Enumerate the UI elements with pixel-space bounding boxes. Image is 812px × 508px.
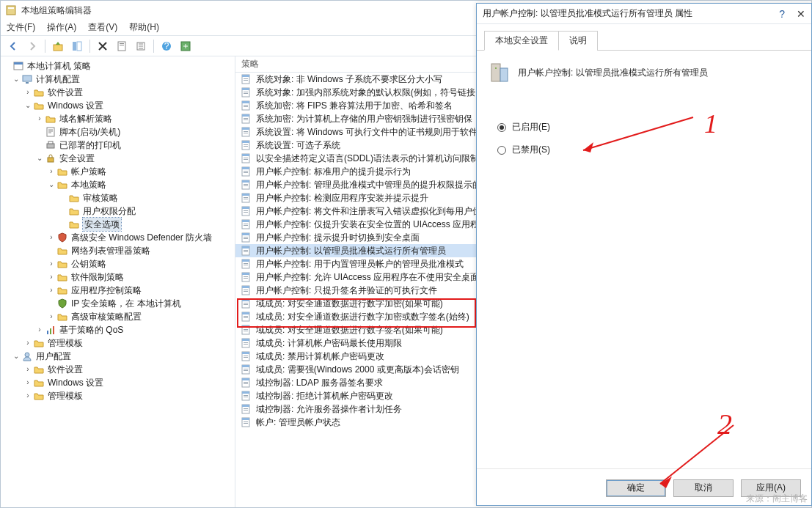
svg-rect-90 <box>244 290 248 290</box>
chevron-right-icon[interactable]: › <box>23 389 33 402</box>
svg-rect-54 <box>244 171 248 172</box>
tree-adv-audit[interactable]: ›高级审核策略配置 <box>1 310 235 323</box>
svg-rect-27 <box>244 80 248 81</box>
menu-help[interactable]: 帮助(H) <box>129 21 159 34</box>
svg-rect-4 <box>77 42 81 51</box>
tab-explain[interactable]: 说明 <box>558 31 598 51</box>
chevron-right-icon[interactable]: › <box>46 165 56 178</box>
list-item-label: 用户帐户控制: 只提升签名并验证的可执行文件 <box>256 284 437 297</box>
policy-item-icon <box>240 350 252 362</box>
dialog-heading-text: 用户帐户控制: 以管理员批准模式运行所有管理员 <box>518 67 708 79</box>
tree-printers[interactable]: 已部署的打印机 <box>1 139 235 152</box>
svg-rect-110 <box>244 356 248 356</box>
shield-icon <box>56 298 68 309</box>
svg-rect-53 <box>242 167 249 169</box>
export-list-button[interactable] <box>133 38 149 54</box>
forward-button[interactable] <box>24 38 40 54</box>
chevron-right-icon[interactable]: › <box>46 270 56 284</box>
policy-item-icon <box>240 152 252 164</box>
tree-qos[interactable]: ›基于策略的 QoS <box>1 323 235 336</box>
tree-scripts[interactable]: 脚本(启动/关机) <box>1 125 235 139</box>
tree-win-settings[interactable]: ⌄Windows 设置 <box>1 99 235 112</box>
chevron-down-icon[interactable]: ⌄ <box>34 152 45 165</box>
svg-rect-75 <box>244 238 248 239</box>
svg-rect-89 <box>242 286 249 288</box>
tree-app-ctrl[interactable]: ›应用程序控制策略 <box>1 284 235 297</box>
tree-soft-restrict[interactable]: ›软件限制策略 <box>1 270 235 284</box>
properties-button[interactable] <box>114 38 130 54</box>
tree-ipsec[interactable]: IP 安全策略，在 本地计算机 <box>1 297 235 310</box>
up-button[interactable] <box>50 38 66 54</box>
delete-button[interactable] <box>95 38 111 54</box>
svg-rect-101 <box>242 325 249 328</box>
tree-sec-settings[interactable]: ⌄安全设置 <box>1 152 235 165</box>
svg-rect-7 <box>120 45 124 45</box>
tree-defender[interactable]: ›高级安全 Windows Defender 防火墙 <box>1 231 235 244</box>
tree-name-res[interactable]: ›域名解析策略 <box>1 112 235 125</box>
script-icon <box>45 126 56 138</box>
radio-enabled[interactable]: 已启用(E) <box>497 121 801 133</box>
chevron-right-icon[interactable]: › <box>34 112 45 125</box>
svg-rect-122 <box>244 395 248 396</box>
help-button[interactable]: ? <box>158 38 175 54</box>
tree-soft-settings[interactable]: ›软件设置 <box>1 86 235 99</box>
tree-computer-cfg[interactable]: ⌄计算机配置 <box>1 73 235 86</box>
tree-local-policy[interactable]: ⌄本地策略 <box>1 178 235 191</box>
filter-button[interactable] <box>178 38 194 54</box>
tree[interactable]: 本地计算机 策略 ⌄计算机配置 ›软件设置 ⌄Windows 设置 ›域名解析策… <box>1 56 235 507</box>
folder-icon <box>56 245 68 257</box>
tree-pubkey[interactable]: ›公钥策略 <box>1 257 235 270</box>
folder-icon <box>56 311 68 323</box>
tree-user-win[interactable]: ›Windows 设置 <box>1 376 235 389</box>
show-hide-tree-button[interactable] <box>69 38 85 54</box>
tree-sec-options[interactable]: 安全选项 <box>1 218 235 231</box>
tree-user-admin[interactable]: ›管理模板 <box>1 389 235 402</box>
qos-icon <box>45 324 56 336</box>
menu-action[interactable]: 操作(A) <box>47 21 76 34</box>
list-header-policy: 策略 <box>241 58 259 70</box>
dialog-content: 用户帐户控制: 以管理员批准模式运行所有管理员 已启用(E) 已禁用(S) <box>477 51 811 468</box>
dialog-heading: 用户帐户控制: 以管理员批准模式运行所有管理员 <box>487 61 801 84</box>
svg-rect-107 <box>244 344 248 345</box>
tree-user-cfg[interactable]: ⌄用户配置 <box>1 350 235 363</box>
radio-disabled-label: 已禁用(S) <box>512 144 550 156</box>
policy-item-icon <box>240 113 252 125</box>
chevron-right-icon[interactable]: › <box>23 376 33 389</box>
tree-root[interactable]: 本地计算机 策略 <box>1 59 235 73</box>
dialog-tabs: 本地安全设置 说明 <box>477 24 811 51</box>
list-item-label: 用户帐户控制: 检测应用程序安装并提示提升 <box>256 192 428 205</box>
svg-rect-91 <box>244 291 248 292</box>
menu-file[interactable]: 文件(F) <box>7 21 35 34</box>
tree-admin-templates[interactable]: ›管理模板 <box>1 336 235 350</box>
svg-rect-26 <box>244 78 248 79</box>
radio-disabled[interactable]: 已禁用(S) <box>497 144 801 156</box>
chevron-right-icon[interactable]: › <box>46 284 56 297</box>
cancel-button[interactable]: 取消 <box>673 479 734 497</box>
chevron-down-icon[interactable]: ⌄ <box>46 178 56 191</box>
chevron-down-icon[interactable]: ⌄ <box>23 99 33 112</box>
folder-icon <box>56 258 68 270</box>
chevron-right-icon[interactable]: › <box>46 231 56 244</box>
tree-account-policy[interactable]: ›帐户策略 <box>1 165 235 178</box>
back-button[interactable] <box>5 38 21 54</box>
chevron-right-icon[interactable]: › <box>46 257 56 270</box>
chevron-right-icon[interactable]: › <box>23 86 33 99</box>
help-button[interactable]: ? <box>779 8 785 20</box>
menu-view[interactable]: 查看(V) <box>88 21 117 34</box>
tree-user-soft[interactable]: ›软件设置 <box>1 363 235 376</box>
chevron-right-icon[interactable]: › <box>23 363 33 376</box>
policy-item-icon <box>240 390 252 402</box>
chevron-right-icon[interactable]: › <box>34 323 45 336</box>
chevron-right-icon[interactable]: › <box>23 336 33 350</box>
close-button[interactable]: ✕ <box>797 8 805 20</box>
tab-local-security[interactable]: 本地安全设置 <box>484 31 559 51</box>
chevron-down-icon[interactable]: ⌄ <box>11 73 21 86</box>
tree-user-rights[interactable]: 用户权限分配 <box>1 205 235 218</box>
ok-button[interactable]: 确定 <box>606 479 666 497</box>
chevron-right-icon[interactable]: › <box>46 310 56 323</box>
tree-netlist[interactable]: 网络列表管理器策略 <box>1 244 235 257</box>
tree-audit-policy[interactable]: 审核策略 <box>1 191 235 205</box>
svg-rect-130 <box>244 422 248 422</box>
chevron-down-icon[interactable]: ⌄ <box>11 350 21 363</box>
svg-rect-47 <box>244 146 248 147</box>
